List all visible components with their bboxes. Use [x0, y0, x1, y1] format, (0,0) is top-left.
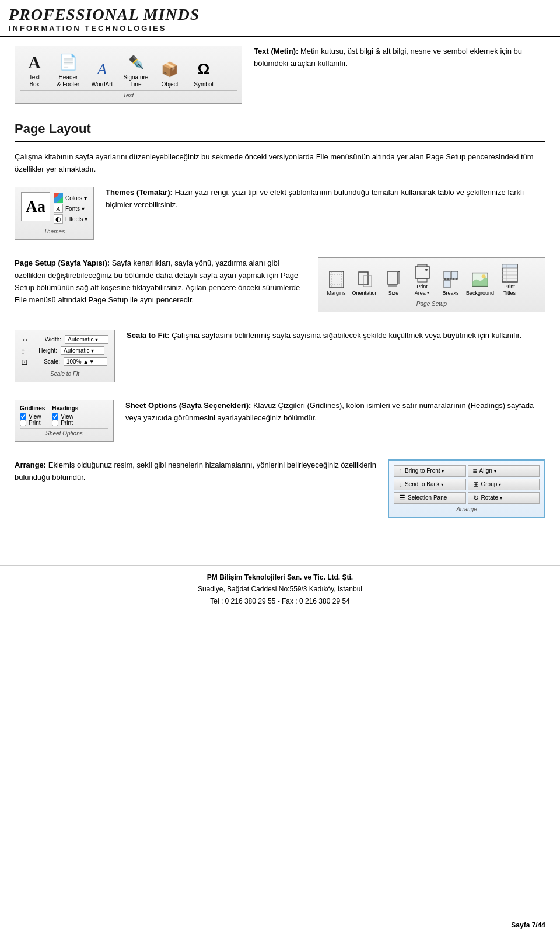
sheet-description: Sheet Options (Sayfa Seçenekleri): Klavu…	[125, 400, 545, 424]
text-ribbon-label: Text	[20, 90, 237, 99]
colors-item[interactable]: Colors ▾	[54, 193, 88, 203]
svg-rect-16	[444, 280, 450, 288]
effects-item[interactable]: ◐ Effects ▾	[54, 214, 88, 224]
fonts-label: Fonts ▾	[65, 205, 85, 212]
page-setup-ribbon: Margins Orientation	[318, 257, 545, 312]
align-label: Align ▾	[480, 468, 496, 474]
group-icon: ⊞	[473, 480, 479, 489]
page-setup-text: Page Setup (Sayfa Yapısı): Sayfa kenarlı…	[15, 257, 306, 306]
footer-phone: Tel : 0 216 380 29 55 - Fax : 0 216 380 …	[0, 595, 560, 607]
svg-rect-12	[418, 278, 427, 282]
headings-print-label: Print	[61, 420, 73, 426]
gridlines-print-row: Print	[20, 420, 45, 426]
selection-pane-button[interactable]: ☰ Selection Pane	[394, 492, 466, 504]
margins-ribbon-item[interactable]: Margins	[323, 269, 349, 297]
selection-pane-icon: ☰	[399, 494, 405, 502]
rotate-button[interactable]: ↻ Rotate ▾	[468, 492, 540, 504]
rotate-label: Rotate ▾	[481, 494, 502, 501]
fonts-icon: A	[54, 204, 63, 213]
headings-view-label: View	[61, 413, 74, 420]
page-layout-heading: Page Layout	[15, 121, 545, 137]
bring-to-front-label: Bring to Front ▾	[405, 468, 444, 474]
height-input[interactable]: Automatic ▾	[61, 346, 104, 355]
signature-icon: ✒️	[124, 51, 148, 74]
page-number: Sayfa 7/44	[511, 921, 545, 929]
header-footer-ribbon-item[interactable]: 📄 Header& Footer	[54, 51, 83, 88]
scale-desc-body: Çalışma sayfasını belirlenmiş sayfa sayı…	[172, 331, 522, 340]
arrange-ribbon-label: Arrange	[394, 506, 540, 512]
print-area-ribbon-item[interactable]: PrintArea ▾	[409, 263, 435, 297]
svg-point-19	[482, 274, 486, 278]
svg-rect-10	[415, 267, 429, 278]
print-area-icon	[412, 263, 433, 284]
wordart-ribbon-item[interactable]: A WordArt	[88, 58, 117, 88]
size-icon	[383, 269, 404, 290]
sheet-options-section: Gridlines View Print Headings Vie	[15, 400, 545, 442]
arrange-text: Arrange: Eklemiş olduğunuz resim, şekil …	[15, 459, 376, 484]
group-button[interactable]: ⊞ Group ▾	[468, 479, 540, 490]
orientation-icon	[355, 269, 376, 290]
svg-rect-14	[444, 271, 450, 279]
page-setup-section: Page Setup (Sayfa Yapısı): Sayfa kenarlı…	[15, 257, 545, 312]
header-footer-label: Header& Footer	[57, 74, 79, 88]
headings-header: Headings	[52, 405, 78, 412]
textbox-ribbon-item[interactable]: A TextBox	[20, 51, 49, 88]
width-input[interactable]: Automatic ▾	[65, 335, 108, 344]
background-label: Background	[466, 290, 494, 297]
gridlines-column: Gridlines View Print	[20, 405, 45, 426]
gridlines-header: Gridlines	[20, 405, 45, 412]
object-ribbon-item[interactable]: 📦 Object	[155, 58, 184, 88]
scale-ribbon-label: Scale to Fit	[21, 369, 108, 377]
sheet-ribbon-label: Sheet Options	[20, 428, 108, 437]
sheet-desc-label: Sheet Options (Sayfa Seçenekleri):	[125, 401, 251, 410]
headings-print-checkbox[interactable]	[52, 420, 58, 426]
breaks-ribbon-item[interactable]: Breaks	[438, 269, 464, 297]
height-row: ↕ Height: Automatic ▾	[21, 346, 108, 355]
gridlines-view-checkbox[interactable]	[20, 413, 26, 420]
effects-label: Effects ▾	[65, 216, 88, 222]
scale-input[interactable]: 100% ▲▼	[64, 357, 107, 366]
headings-view-checkbox[interactable]	[52, 413, 58, 420]
sheet-ribbon: Gridlines View Print Headings Vie	[15, 400, 114, 442]
gridlines-print-checkbox[interactable]	[20, 420, 26, 426]
svg-rect-11	[418, 264, 427, 267]
align-button[interactable]: ≡ Align ▾	[468, 465, 540, 477]
bring-to-front-button[interactable]: ↑ Bring to Front ▾	[394, 465, 466, 477]
page-layout-text: Çalışma kitabının sayfa ayarlarını düzen…	[15, 151, 545, 176]
send-to-back-button[interactable]: ↓ Send to Back ▾	[394, 479, 466, 490]
print-titles-ribbon-item[interactable]: PrintTitles	[496, 263, 523, 297]
scale-label-text: Scale:	[34, 358, 60, 365]
margins-label: Margins	[327, 290, 345, 297]
fonts-item[interactable]: A Fonts ▾	[54, 204, 88, 213]
signature-label: SignatureLine	[124, 74, 149, 88]
rotate-icon: ↻	[473, 494, 479, 502]
text-description-para: Text (Metin): Metin kutusu, üst bilgi & …	[254, 46, 545, 70]
signature-ribbon-item[interactable]: ✒️ SignatureLine	[121, 51, 150, 88]
themes-desc-label: Themes (Temalar):	[106, 188, 173, 197]
size-label: Size	[388, 290, 399, 297]
background-icon	[470, 269, 491, 290]
themes-small-items: Colors ▾ A Fonts ▾ ◐ Effects ▾	[54, 193, 88, 224]
sheet-columns: Gridlines View Print Headings Vie	[20, 405, 108, 426]
group-label: Group ▾	[481, 481, 502, 487]
svg-point-13	[425, 269, 428, 271]
text-section-description: Text (Metin): Metin kutusu, üst bilgi & …	[254, 46, 545, 70]
themes-desc-para: Themes (Temalar): Hazır yazı rengi, yazı…	[106, 187, 545, 211]
symbol-ribbon-item[interactable]: Ω Symbol	[189, 58, 218, 88]
arrange-desc-label: Arrange:	[15, 461, 46, 469]
text-section: A TextBox 📄 Header& Footer A WordArt ✒️ …	[15, 46, 545, 104]
svg-rect-0	[330, 271, 344, 288]
background-ribbon-item[interactable]: Background	[466, 269, 494, 297]
size-ribbon-item[interactable]: Size	[380, 269, 407, 297]
arrange-buttons: ↑ Bring to Front ▾ ≡ Align ▾ ↓ Send to B…	[394, 465, 540, 504]
scale-row: ⊡ Scale: 100% ▲▼	[21, 357, 108, 367]
company-name: PM Bilişim Teknolojileri San. ve Tic. Lt…	[0, 571, 560, 583]
text-ribbon-icons: A TextBox 📄 Header& Footer A WordArt ✒️ …	[20, 51, 237, 88]
symbol-label: Symbol	[194, 81, 213, 88]
wordart-label: WordArt	[92, 81, 113, 88]
arrange-desc-body: Eklemiş olduğunuz resim, şekil gibi nesn…	[15, 461, 376, 482]
object-icon: 📦	[158, 58, 181, 81]
page-setup-label: Page Setup (Sayfa Yapısı):	[15, 259, 110, 267]
themes-section: Aa Colors ▾ A Fonts ▾ ◐ Effe	[15, 187, 545, 240]
orientation-ribbon-item[interactable]: Orientation	[352, 269, 378, 297]
